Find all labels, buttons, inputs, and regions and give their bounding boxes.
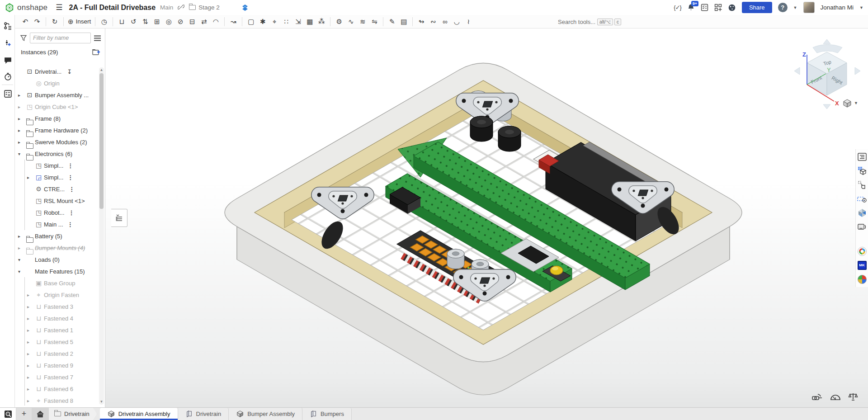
tree-row[interactable]: Fastened 7 — [15, 371, 101, 383]
history-stopwatch-icon[interactable] — [2, 71, 13, 82]
share-button[interactable]: Share — [742, 2, 772, 13]
group-button[interactable]: ✱ — [257, 16, 269, 28]
tree-row[interactable]: Battery (5) — [15, 230, 101, 242]
parallel-mate-button[interactable]: ⇄ — [198, 16, 210, 28]
replicate-button[interactable]: ∷ — [280, 16, 292, 28]
new-tab-button[interactable]: + — [16, 408, 32, 420]
help-icon[interactable]: ? — [778, 3, 788, 12]
folder-location-label[interactable]: Stage 2 — [198, 4, 220, 11]
tasks-checklist-icon[interactable] — [701, 4, 708, 11]
user-caret-icon[interactable]: ▼ — [859, 5, 863, 10]
chevron-icon[interactable] — [18, 104, 25, 109]
pin-slot-mate-button[interactable]: ⊟ — [186, 16, 198, 28]
tree-row[interactable]: Base Group — [15, 277, 101, 289]
scrollbar-thumb[interactable] — [99, 73, 104, 209]
protractor-icon[interactable] — [830, 392, 841, 401]
chevron-icon[interactable] — [18, 234, 25, 239]
tree-row[interactable]: Fastened 3 — [15, 301, 101, 312]
tree-row[interactable]: Fastened 6 — [15, 383, 101, 395]
tangent-mate-button[interactable]: ◠ — [210, 16, 222, 28]
list-view-icon[interactable] — [94, 35, 101, 42]
bom-button[interactable]: ▤ — [398, 16, 410, 28]
help-caret-icon[interactable]: ▼ — [793, 5, 797, 10]
tree-row[interactable]: Origin Cube <1> — [15, 101, 101, 113]
configurations-panel-icon[interactable] — [857, 166, 867, 176]
derived-parts-panel-icon[interactable] — [857, 180, 867, 190]
avatar[interactable] — [803, 2, 815, 13]
chevron-icon[interactable] — [27, 304, 34, 309]
tree-row[interactable]: Mate Features (15) — [15, 265, 101, 277]
mass-properties-icon[interactable] — [848, 392, 858, 401]
chevron-icon[interactable] — [27, 351, 34, 356]
document-tab[interactable]: Drivetrain — [178, 408, 229, 420]
scroll-up-icon[interactable]: ▲ — [99, 67, 104, 73]
tree-row[interactable]: Simpl... ⋮ — [15, 160, 101, 171]
tape-measure-icon[interactable] — [812, 392, 823, 401]
feature-checklist-icon[interactable] — [2, 88, 13, 99]
addon-icon[interactable] — [241, 4, 249, 11]
rack-relation-button[interactable]: ≋ — [357, 16, 368, 28]
home-tab-icon[interactable] — [32, 408, 49, 420]
cylindrical-mate-button[interactable]: ⊘ — [175, 16, 186, 28]
tree-row[interactable]: Fastened 4 — [15, 312, 101, 324]
tree-row[interactable]: Loads (0) — [15, 254, 101, 265]
viewport[interactable]: Top Front Right Z X Y ▼ — [105, 28, 868, 407]
tree-row[interactable]: Fastened 2 — [15, 348, 101, 359]
chevron-icon[interactable] — [18, 116, 25, 121]
drawing-button[interactable]: ✎ — [386, 16, 398, 28]
featurescript-check-icon[interactable]: {✓} — [674, 4, 681, 11]
belt-feature-button[interactable]: ↬ — [415, 16, 427, 28]
ball-mate-button[interactable]: ◎ — [163, 16, 175, 28]
pulley-feature-button[interactable]: ◡ — [451, 16, 462, 28]
mate-connector-button[interactable]: ⌖ — [269, 16, 280, 28]
select-box-button[interactable]: ▢ — [245, 16, 257, 28]
tree-row[interactable]: Robot... ⋮ — [15, 207, 101, 218]
chevron-icon[interactable] — [18, 269, 25, 274]
sketch-panel-icon[interactable] — [857, 194, 867, 204]
comments-icon[interactable] — [2, 55, 13, 66]
revolute-mate-button[interactable]: ↺ — [127, 16, 139, 28]
tree-row[interactable]: Fastened 1 — [15, 324, 101, 336]
search-tools[interactable]: Search tools... alt/⌥c — [555, 17, 624, 27]
chevron-icon[interactable] — [27, 293, 34, 297]
chevron-icon[interactable] — [27, 387, 34, 392]
linear-relation-button[interactable]: ⇋ — [368, 16, 380, 28]
chevron-icon[interactable] — [18, 140, 25, 145]
tree-row[interactable]: Bumper Assembly ... — [15, 89, 101, 101]
tree-row[interactable]: Fastened 8 — [15, 395, 101, 406]
rollback-button[interactable]: ◷ — [98, 16, 110, 28]
pattern-button[interactable]: ▦ — [304, 16, 316, 28]
tree-scrollbar[interactable]: ▲ ▼ — [99, 67, 104, 405]
app-pie-icon[interactable] — [857, 274, 867, 284]
bom-panel-icon[interactable] — [857, 152, 867, 162]
update-linked-documents-button[interactable]: ↻ — [49, 16, 61, 28]
workspace-name[interactable]: Main — [160, 4, 173, 11]
cable-feature-button[interactable]: ≀ — [462, 16, 474, 28]
chevron-icon[interactable] — [27, 175, 34, 180]
insert-button[interactable]: ⊕ Insert — [66, 16, 92, 28]
insert-follow-icon[interactable] — [2, 38, 13, 48]
slider-mate-button[interactable]: ⇅ — [139, 16, 151, 28]
user-name[interactable]: Jonathan Mi — [821, 4, 854, 11]
app-target-icon[interactable] — [857, 246, 867, 256]
tree-row[interactable]: Main ... ⋮ — [15, 218, 101, 230]
notifications-bell-icon[interactable]: 9+ — [687, 4, 695, 11]
chevron-icon[interactable] — [27, 340, 34, 344]
add-folder-icon[interactable] — [92, 49, 100, 56]
chevron-icon[interactable] — [18, 93, 25, 98]
link-icon[interactable] — [178, 4, 184, 11]
app-store-icon[interactable] — [714, 4, 722, 11]
planar-mate-button[interactable]: ⊞ — [151, 16, 163, 28]
tree-row[interactable]: Bumper Mounts (4) — [15, 242, 101, 254]
main-menu-icon[interactable]: ☰ — [56, 3, 62, 12]
tree-row[interactable]: Fastened 5 — [15, 336, 101, 348]
breadcrumb[interactable]: Drivetrain — [49, 408, 97, 420]
tree-row[interactable]: Origin Fasten — [15, 289, 101, 301]
scroll-down-icon[interactable]: ▼ — [99, 399, 104, 405]
3d-model[interactable] — [105, 28, 868, 407]
chevron-icon[interactable] — [27, 398, 34, 403]
view-options-menu[interactable]: ▼ — [842, 97, 862, 109]
tree-row[interactable]: Frame (8) — [15, 113, 101, 124]
chain-feature-button[interactable]: ∾ — [427, 16, 439, 28]
tree-row[interactable]: Frame Hardware (2) — [15, 124, 101, 136]
